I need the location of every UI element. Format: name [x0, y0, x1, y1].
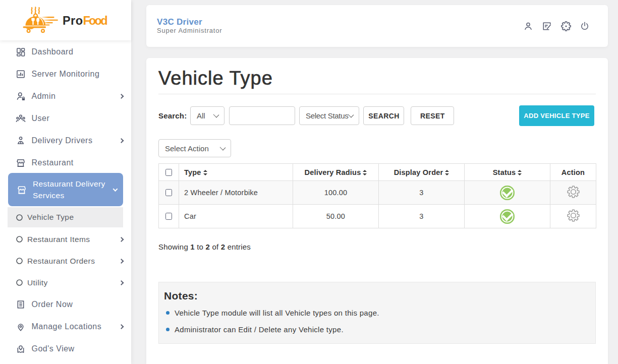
svg-text:Food: Food [83, 14, 108, 27]
svg-text:Pro: Pro [63, 14, 83, 27]
